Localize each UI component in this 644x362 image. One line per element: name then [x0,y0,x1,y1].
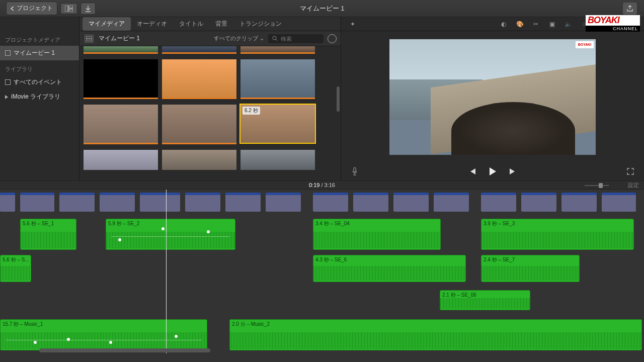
timeline-video-clip[interactable] [185,193,220,212]
clip-filter-dropdown[interactable]: すべてのクリップ ⌄ [214,35,264,42]
timeline-video-clip[interactable] [266,193,301,212]
timeline-video-clip[interactable] [140,193,180,212]
browser-project-name: マイムービー 1 [99,34,140,43]
search-input[interactable] [281,36,316,42]
back-to-projects-button[interactable]: プロジェクト [6,2,57,15]
noise-reduction-icon[interactable]: ≡ [580,20,589,29]
audio-clip-se3[interactable]: 3.9 秒 – SE_3 [481,219,634,250]
svg-rect-0 [65,6,68,12]
audio-clip-se2[interactable]: 5.9 秒 – SE_2 [106,219,235,250]
tab-transitions[interactable]: トランジション [233,17,288,31]
sidebar-item-all-events[interactable]: すべてのイベント [0,75,79,89]
project-icon [5,50,11,56]
audio-clip-music2[interactable]: 2.0 分 – Music_2 [229,319,642,350]
tab-backgrounds[interactable]: 背景 [209,17,233,31]
svg-rect-1 [69,6,73,8]
media-tabs: マイメディア オーディオ タイトル 背景 トランジション [79,17,341,31]
sidebar-section-project-media: プロジェクトメディア [0,31,79,46]
clip-thumbnail-selected[interactable]: 6.2 秒 [240,105,315,143]
timeline-video-clip[interactable] [100,193,135,212]
audio-clip-se1[interactable]: 5.6 秒 – SE_1 [20,219,76,250]
search-field[interactable] [268,34,324,43]
import-button[interactable] [80,3,96,15]
color-correction-icon[interactable]: 🎨 [515,20,524,29]
timeline-video-clip[interactable] [561,193,597,212]
audio-clip-se5[interactable]: 5.6 秒 – S... [0,255,31,282]
fullscreen-icon[interactable] [626,167,635,176]
layout-toggle-button[interactable] [60,3,77,14]
timeline-video-clip[interactable] [353,193,388,212]
timeline-video-clip[interactable] [481,193,516,212]
audio-clip-se06[interactable]: 2.1 秒 – SE_06 [440,290,530,310]
clip-thumbnail[interactable] [162,46,236,52]
clip-thumbnail[interactable] [162,150,236,170]
timeline-zoom-slider[interactable] [585,184,609,187]
timeline-video-clip[interactable] [393,193,429,212]
prev-frame-button[interactable] [467,166,477,176]
clip-filter-icon[interactable]: ⬤ [612,20,621,29]
play-button[interactable] [488,166,498,176]
clip-duration-badge: 6.2 秒 [243,107,260,115]
timeline-video-clip[interactable] [434,193,469,212]
svg-point-5 [273,36,276,40]
timeline-video-clip[interactable] [225,193,261,212]
svg-rect-2 [69,9,73,12]
audio-clip-se6[interactable]: 4.3 秒 – SE_6 [313,255,466,282]
search-icon [272,36,278,41]
timeline-time-display: 0:19 / 3:16 [309,182,335,188]
timeline-ruler[interactable]: 0:19 / 3:16 設定 [0,180,644,190]
timeline-video-clip[interactable] [0,193,15,212]
clip-thumbnail[interactable] [162,105,236,143]
svg-rect-7 [354,167,356,172]
titlebar: プロジェクト マイムービー 1 [0,0,644,17]
crop-icon[interactable]: ✂ [531,20,540,29]
list-view-toggle[interactable] [84,34,95,44]
disclosure-triangle-icon [5,95,8,99]
timeline[interactable]: 5.6 秒 – SE_1 5.9 秒 – SE_2 3.4 秒 – SE_04 … [0,190,644,353]
timeline-video-clip[interactable] [20,193,54,212]
clip-thumbnail[interactable] [240,59,315,98]
clip-thumbnail[interactable] [240,46,315,52]
timeline-video-clip[interactable] [521,193,556,212]
speed-icon[interactable]: ◷ [596,20,605,29]
clip-thumbnail[interactable] [84,105,158,143]
preview-watermark: BOYAKI [576,41,594,48]
back-label: プロジェクト [17,4,53,13]
browser-settings-gear-icon[interactable] [328,34,337,43]
audio-clip-se04[interactable]: 3.4 秒 – SE_04 [313,219,441,250]
clip-thumbnail[interactable] [84,59,158,98]
share-button[interactable] [623,3,637,15]
tab-titles[interactable]: タイトル [173,17,209,31]
clip-thumbnail[interactable] [240,150,315,170]
next-frame-button[interactable] [508,166,518,176]
stabilization-icon[interactable]: ▣ [547,20,556,29]
clip-thumbnail[interactable] [84,150,158,170]
sidebar-section-library: ライブラリ [0,60,79,75]
info-icon[interactable]: ⓘ [628,20,637,29]
tab-my-media[interactable]: マイメディア [83,17,131,31]
video-preview[interactable]: BOYAKI [389,39,596,155]
clip-thumbnail[interactable] [162,59,236,98]
svg-line-6 [276,39,277,41]
playhead[interactable] [166,190,167,353]
timeline-video-clip[interactable] [59,193,95,212]
tab-audio[interactable]: オーディオ [131,17,173,31]
audio-clip-music1[interactable]: 15.7 秒 – Music_1 [0,319,207,350]
audio-clip-se7[interactable]: 2.4 秒 – SE_7 [481,255,580,282]
window-title: マイムービー 1 [300,4,345,13]
timeline-video-clip[interactable] [313,193,348,212]
browser-scrollbar[interactable] [337,86,340,112]
sidebar-item-imovie-library[interactable]: iMovie ライブラリ [0,89,79,104]
timeline-video-clip[interactable] [602,193,636,212]
voiceover-mic-icon[interactable] [350,167,359,176]
timeline-settings-button[interactable]: 設定 [628,182,639,189]
magic-wand-icon[interactable]: ✦ [348,20,357,29]
clip-thumbnail[interactable] [84,46,158,52]
timeline-scrollbar[interactable] [39,348,210,352]
sidebar-item-project[interactable]: マイムービー 1 [0,46,79,60]
volume-icon[interactable]: 🔈 [564,20,573,29]
color-balance-icon[interactable]: ◐ [499,20,508,29]
events-icon [5,79,11,85]
